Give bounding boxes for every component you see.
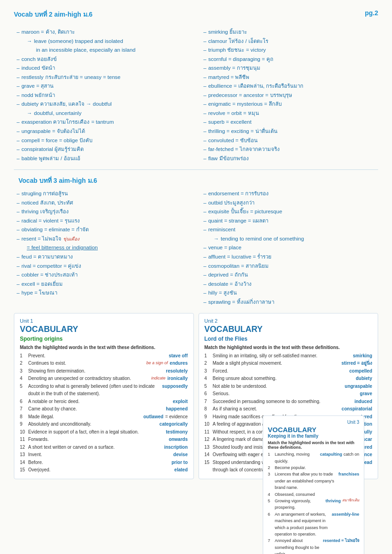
vocab-item: –thriving เจริญรุ่งเรือง bbox=[14, 207, 192, 217]
section2: –maroon = ค้าง, ติดเกาะ →leave (someone)… bbox=[14, 28, 378, 163]
section2-right: –smirking ยิ้มเยาะ –clamour โห่ร้อง / เอ… bbox=[201, 28, 379, 163]
unit3-match-item: 6An arrangement of workers, machines and… bbox=[268, 511, 359, 538]
unit1-match-item: 10Evidence in support of a fact, often i… bbox=[20, 428, 188, 436]
unit2-match-item: 3Forced. compelled bbox=[205, 367, 373, 375]
vocab-item: –reminiscent bbox=[201, 225, 379, 235]
vocab-item: –cobbler = ช่างประสอเท้า bbox=[14, 271, 192, 280]
unit1-match-item: 15Overjoyed. elated bbox=[20, 466, 188, 474]
unit1-match-item: 11Forwards. onwards bbox=[20, 436, 188, 444]
vocab-item: –assembly = การชุมนุม bbox=[201, 64, 379, 73]
vocab-item: –ungraspable = จับต้องไม่ได้ bbox=[14, 127, 192, 136]
unit1-match-item: 8Made illegal. outlawed = evidence bbox=[20, 413, 188, 421]
vocab-item: –quaint = strange = แผลตา bbox=[201, 217, 379, 226]
vocab-item: –superb = excellent bbox=[201, 118, 379, 127]
vocab-item: –noticed สังเกต, ประทัศ bbox=[14, 199, 192, 208]
vocab-item: –strugling การต่อสู้รน bbox=[14, 189, 192, 199]
unit2-match-item: 6Serious. grave bbox=[205, 390, 373, 398]
unit1-match-item: 1Prevent. stave off bbox=[20, 352, 188, 360]
vocab-item: –rival = competitor = คู่แข่ง bbox=[14, 262, 192, 271]
vocab-item: –grave = สุสาน bbox=[14, 82, 192, 91]
unit2-subheading: Lord of the Flies bbox=[205, 336, 373, 342]
vocab-item: –compell = force = oblige ปังคับ bbox=[14, 136, 192, 145]
vocab-item: –obviating = eliminate = กำจัด bbox=[14, 225, 192, 235]
vocab-item: –convoluted = ซับซ้อน bbox=[201, 136, 379, 145]
vocab-item: –exquisite ปั้นเจี๊ยะ = picturesque bbox=[201, 207, 379, 217]
vocab-item: –triumph ชัยชนะ = victory bbox=[201, 46, 379, 55]
divider bbox=[14, 169, 378, 170]
vocab-item: –revolve = orbit = หมุน bbox=[201, 109, 379, 118]
vocab-item: –affluent = lucrative = ร่ำรวย bbox=[201, 253, 379, 262]
unit3-match-item: 1Launching, moving quickly. catapulting … bbox=[268, 451, 359, 464]
vocab-item: –enigmatic = mysterious = ลึกลับ bbox=[201, 100, 379, 109]
unit1-panel: Unit 1 VOCABULARY Sporting origins Match… bbox=[14, 313, 194, 479]
vocab-item: →tending to remind one of something bbox=[201, 235, 379, 244]
vocab-item: –sprawling = ทิ้งแผ่กิ่งกาลาษา bbox=[201, 298, 379, 307]
vocab-item: –far-fetched = ไกลจากความจริง bbox=[201, 145, 379, 154]
section2-grid: –maroon = ค้าง, ติดเกาะ →leave (someone)… bbox=[14, 28, 378, 163]
vocab-item: –resent = ไม่พอใจ ขุ่นเคือง bbox=[14, 235, 192, 244]
unit2-label: Unit 2 bbox=[205, 318, 373, 324]
unit1-match-item: 6A notable or heroic deed. exploit bbox=[20, 398, 188, 406]
section3-wrapper: –strugling การต่อสู้รน –noticed สังเกต, … bbox=[14, 189, 378, 307]
unit2-instruction: Match the highlighted words in the text … bbox=[205, 345, 373, 350]
unit1-match-item: 14Before. prior to bbox=[20, 459, 188, 467]
unit1-label: Unit 1 bbox=[20, 318, 188, 324]
vocab-item: = feel bitterness or indignation bbox=[14, 243, 192, 253]
vocab-item: in an incessible place, especially an is… bbox=[14, 46, 192, 55]
vocab-item: –deprived = ถักกัน bbox=[201, 271, 379, 280]
unit2-match-item: 5Not able to be understood. ungraspable bbox=[205, 383, 373, 391]
vocab-item: –restlessly กระสับกระส่าย = uneasy = ten… bbox=[14, 73, 192, 82]
vocab-item: –flaw มีข้อบกพร่อง bbox=[201, 154, 379, 163]
unit2-heading: VOCABULARY bbox=[205, 325, 373, 335]
vocab-item: –conch หอยสังข์ bbox=[14, 55, 192, 64]
vocab-item: –radical = violent = รุนแรง bbox=[14, 217, 192, 226]
vocab-item: –hilly = สูงชัน bbox=[201, 289, 379, 298]
unit3-items: 1Launching, moving quickly. catapulting … bbox=[268, 451, 359, 554]
vocab-item: –excell = ยอดเยี่ยม bbox=[14, 280, 192, 289]
unit2-match-item: 8As if sharing a secret. conspiratorial bbox=[205, 405, 373, 413]
unit2-match-item: 1Smiling in an irritating, silly or self… bbox=[205, 352, 373, 360]
unit2-match-item: 4Being unsure about something. dubiety bbox=[205, 375, 373, 383]
unit3-instruction: Match the highlighted words in the text … bbox=[268, 440, 359, 450]
unit3-label: Unit 3 bbox=[268, 420, 359, 425]
vocab-item: –outbid ประมูลสูงกว่า bbox=[201, 199, 379, 208]
vocab-item: –martyred = พลีชีพ bbox=[201, 73, 379, 82]
vocab-item: –exasperation ความโกรธเคือง = tantrum bbox=[14, 118, 192, 127]
vocab-item: –induced ขัดนำ bbox=[14, 64, 192, 73]
unit3-match-item: 5Growing vigorously, prospering. thrivin… bbox=[268, 498, 359, 511]
unit1-match-item: 4Denoting an unexpected or contradictory… bbox=[20, 375, 188, 383]
unit1-match-item: 7Came about by chance. happened bbox=[20, 405, 188, 413]
page: Vocab บทที่ 2 aim-high ม.6 pg.2 –maroon … bbox=[0, 0, 392, 554]
unit1-subheading: Sporting origins bbox=[20, 336, 188, 342]
vocab-item: –ebullience = เดือดพล่าน, กระตือรือร้นมา… bbox=[201, 82, 379, 91]
unit2-match-item: 2Made a slight physical movement. stirre… bbox=[205, 360, 373, 367]
unit1-match-item: 12A short text written or carved on a su… bbox=[20, 444, 188, 452]
unit3-panel: Unit 3 VOCABULARY Keeping it in the fami… bbox=[263, 416, 364, 554]
section3-left: –strugling การต่อสู้รน –noticed สังเกต, … bbox=[14, 189, 192, 307]
vocab-item: –venue = place bbox=[201, 243, 379, 253]
unit1-heading: VOCABULARY bbox=[20, 325, 188, 335]
vocab-item: –predecessor = ancestor = บรรพบุรุษ bbox=[201, 91, 379, 100]
header-title: Vocab บทที่ 2 aim-high ม.6 bbox=[14, 9, 92, 19]
unit3-heading: VOCABULARY bbox=[268, 426, 359, 434]
section3-title: Vocab บทที่ 3 aim-high ม.6 bbox=[18, 175, 378, 186]
unit2-match-item: 7Succeeded in persuading someone to do s… bbox=[205, 398, 373, 406]
section2-left: –maroon = ค้าง, ติดเกาะ →leave (someone)… bbox=[14, 28, 192, 163]
unit1-match-item: 9Absolutely and unconditionally. categor… bbox=[20, 421, 188, 428]
unit3-match-item: 2Become popular. bbox=[268, 464, 359, 471]
unit1-match-item: 2Continues to exist. be a sign of endure… bbox=[20, 360, 188, 367]
section3-grid: –strugling การต่อสู้รน –noticed สังเกต, … bbox=[14, 189, 378, 307]
vocab-item: –desolate = อ้างว้าง bbox=[201, 280, 379, 289]
unit3-match-item: 3Licences that allow you to trade under … bbox=[268, 471, 359, 491]
unit1-items: 1Prevent. stave off2Continues to exist. … bbox=[20, 352, 188, 474]
unit3-subheading: Keeping it in the family bbox=[268, 434, 359, 439]
vocab-item: →leave (someone) trapped and isolated bbox=[14, 37, 192, 46]
unit1-match-item: 3Showing firm determination. resolutely bbox=[20, 367, 188, 375]
vocab-item: –smirking ยิ้มเยาะ bbox=[201, 28, 379, 37]
unit3-match-item: 4Obsessed, consumed bbox=[268, 491, 359, 498]
vocab-item: –dubiety ความสงสัย, แคลใจ → doubtful bbox=[14, 100, 192, 109]
unit3-match-item: 7Annoyed about something thought to be u… bbox=[268, 537, 359, 554]
page-number: pg.2 bbox=[365, 9, 378, 19]
unit1-instruction: Match the highlighted words in the text … bbox=[20, 345, 188, 350]
vocab-item: –babble พูดพล่าม / อ้อนแอ้ bbox=[14, 154, 192, 163]
